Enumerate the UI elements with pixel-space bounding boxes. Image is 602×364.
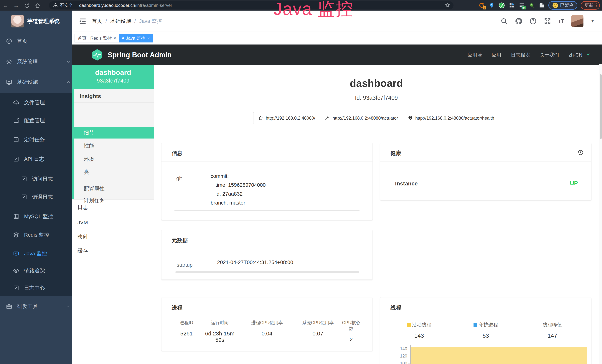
eye-icon <box>13 268 19 274</box>
sba-brand-title[interactable]: Spring Boot Admin <box>108 51 172 59</box>
sidebar-item-system[interactable]: 系统管理 <box>0 56 78 68</box>
tag-java-monitor[interactable]: Java 监控 × <box>119 34 153 43</box>
tags-view-bar: 首页 Redis 监控 × Java 监控 × <box>72 32 602 43</box>
log-edit-icon <box>13 285 19 291</box>
metadata-scrollbar[interactable] <box>175 271 359 273</box>
metadata-card: 元数据 startup 2021-04-27T00:44:31.254+08:0… <box>161 230 373 280</box>
url-host: dashboard.yudao.iocoder.cn <box>79 3 135 8</box>
sba-item-details[interactable]: 细节 <box>72 127 154 139</box>
sba-item-logs[interactable]: 日志 <box>72 202 154 213</box>
edit-icon <box>13 117 19 124</box>
close-icon[interactable]: × <box>147 36 150 41</box>
fullscreen-icon[interactable] <box>544 17 551 25</box>
info-row-label: git <box>176 175 182 181</box>
page-title: dashboard <box>154 77 599 89</box>
back-icon[interactable]: ← <box>0 0 11 11</box>
legend-blue-swatch <box>473 323 477 327</box>
warning-icon <box>53 3 58 8</box>
live-threads-value: 143 <box>386 332 452 339</box>
sba-nav-wall[interactable]: 应用墙 <box>467 52 482 58</box>
update-browser-button[interactable]: 更新 <box>581 1 600 10</box>
sba-nav-applications[interactable]: 应用 <box>492 52 501 58</box>
font-size-icon[interactable]: ᴛT <box>558 18 564 24</box>
search-icon[interactable] <box>500 17 508 25</box>
sba-nav-journal[interactable]: 日志报表 <box>511 52 530 58</box>
process-table: 进程ID5261 运行时间6d 23h 15m 59s 进程CPU使用率0.04… <box>172 320 361 343</box>
close-icon[interactable]: × <box>114 36 116 41</box>
sidebar-item-dev-tools[interactable]: 研发工具 <box>0 300 78 312</box>
instance-header[interactable]: dashboard 93a3fc7f7409 <box>72 65 154 89</box>
process-card: 进程 进程ID5261 运行时间6d 23h 15m 59s 进程CPU使用率0… <box>161 297 373 351</box>
sba-nav-about[interactable]: 关于我们 <box>540 52 559 58</box>
help-icon[interactable] <box>529 17 537 25</box>
sba-sidebar: dashboard 93a3fc7f7409 Insights 细节 性能 环境… <box>72 65 154 364</box>
log-edit-icon <box>21 176 27 182</box>
github-icon[interactable] <box>515 17 522 25</box>
paused-extension-button[interactable]: 已暂停 <box>548 1 577 10</box>
main-area: 首页 / 基础设施 / Java 监控 ᴛT ▼ 首页 Redis 监控 <box>72 11 602 364</box>
service-url-button[interactable]: http://192.168.0.2:48080/ <box>253 112 320 124</box>
dashboard-icon <box>6 38 12 44</box>
language-caret-icon[interactable] <box>586 52 591 58</box>
app-logo-row[interactable]: 芋道管理系统 <box>0 11 72 32</box>
home-icon[interactable] <box>32 0 43 11</box>
sba-item-jvm[interactable]: JVM <box>72 217 154 228</box>
sba-nav: 应用墙 应用 日志报表 关于我们 zh-CN <box>467 44 591 65</box>
breadcrumb: 首页 / 基础设施 / Java 监控 <box>92 18 162 25</box>
sync-extension-icon[interactable]: 1 <box>478 2 485 9</box>
info-card-title: 信息 <box>172 150 183 157</box>
instance-id-line: Id: 93a3fc7f7409 <box>154 95 599 101</box>
health-status-badge: UP <box>570 180 578 187</box>
legend-yellow-swatch <box>407 323 411 327</box>
chevron-down-icon <box>66 59 71 64</box>
caret-down-icon[interactable]: ▼ <box>591 19 595 23</box>
log-edit-icon <box>21 194 27 200</box>
extensions-row: 1 on 已暂停 <box>478 0 600 11</box>
annotation-text: Java 监控 <box>273 0 353 18</box>
chevron-down-icon <box>66 304 71 309</box>
actuator-url-button[interactable]: http://192.168.0.2:48080/actuator <box>320 112 403 124</box>
sba-item-classes[interactable]: 类 <box>72 166 154 178</box>
pin-extension-icon[interactable] <box>488 2 495 9</box>
database-grid-icon <box>13 213 19 220</box>
bookmark-star-icon[interactable] <box>445 2 450 9</box>
puzzle-extension-icon[interactable] <box>538 2 545 9</box>
sba-item-environment[interactable]: 环境 <box>72 153 154 165</box>
scrollbar-thumb[interactable] <box>600 74 602 139</box>
user-avatar[interactable] <box>571 15 583 27</box>
breadcrumb-infra[interactable]: 基础设施 <box>110 18 131 25</box>
health-url-button[interactable]: http://192.168.0.2:48080/actuator/health <box>403 112 499 124</box>
metadata-row-value: 2021-04-27T00:44:31.254+08:00 <box>217 258 293 267</box>
grid-extension-icon[interactable] <box>508 2 515 9</box>
wrench-icon <box>325 116 330 120</box>
admin-sidebar: 芋道管理系统 首页 系统管理 基础设施 文件管理 配置管理 定时任务 <box>0 11 72 364</box>
reload-icon[interactable] <box>22 0 32 11</box>
browser-menu-icon[interactable] <box>596 3 597 8</box>
sidebar-item-infrastructure[interactable]: 基础设施 <box>0 76 78 88</box>
url-path: /infra/admin-server <box>135 3 172 8</box>
leaf-extension-icon[interactable] <box>528 2 535 9</box>
sidebar-item-home[interactable]: 首页 <box>0 35 78 47</box>
sba-nav-language[interactable]: zh-CN <box>569 52 582 58</box>
address-bar[interactable]: 不安全 dashboard.yudao.iocoder.cn/infra/adm… <box>49 1 453 10</box>
breadcrumb-home[interactable]: 首页 <box>92 18 102 25</box>
heartbeat-icon <box>408 116 413 120</box>
threads-legend: 活动线程 143 守护进程 53 线程峰值 147 <box>386 321 586 339</box>
history-icon[interactable] <box>577 149 584 157</box>
v-extension-icon[interactable] <box>498 2 505 9</box>
tag-redis-monitor[interactable]: Redis 监控 × <box>87 34 119 43</box>
tabs-on-extension-icon[interactable]: on <box>518 2 525 9</box>
active-dot <box>122 37 124 39</box>
sba-item-config-props[interactable]: 配置属性 <box>72 183 154 194</box>
content-scrollbar[interactable] <box>599 64 602 364</box>
sba-item-performance[interactable]: 性能 <box>72 140 154 151</box>
sba-item-caches[interactable]: 缓存 <box>72 245 154 257</box>
threads-card: 线程 活动线程 143 守护进程 53 线程峰值 147 <box>380 297 591 364</box>
security-label[interactable]: 不安全 <box>60 2 73 8</box>
app-logo <box>11 15 24 27</box>
collapse-sidebar-icon[interactable] <box>79 17 87 25</box>
peak-threads-value: 147 <box>519 332 586 339</box>
sba-item-mappings[interactable]: 映射 <box>72 231 154 243</box>
forward-icon[interactable]: → <box>11 0 22 11</box>
briefcase-icon <box>6 303 12 310</box>
